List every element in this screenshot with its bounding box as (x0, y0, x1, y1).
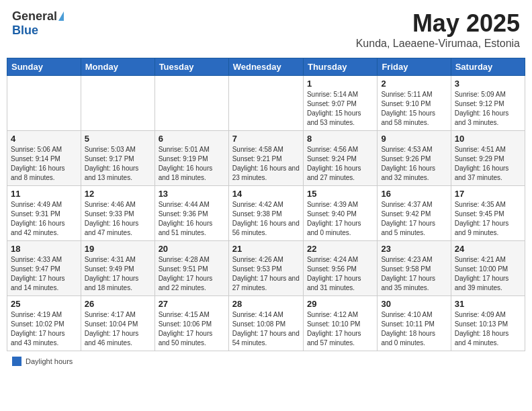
day-number: 4 (11, 134, 77, 144)
calendar-week-2: 4Sunrise: 5:06 AM Sunset: 9:14 PM Daylig… (7, 131, 525, 186)
logo-general-text: General (12, 9, 57, 24)
day-info: Sunrise: 5:14 AM Sunset: 9:07 PM Dayligh… (307, 90, 373, 128)
day-info: Sunrise: 4:44 AM Sunset: 9:36 PM Dayligh… (159, 200, 225, 238)
logo-blue-text: Blue (12, 24, 38, 38)
calendar-cell: 7Sunrise: 4:58 AM Sunset: 9:21 PM Daylig… (228, 131, 303, 186)
day-info: Sunrise: 4:21 AM Sunset: 10:00 PM Daylig… (455, 255, 521, 293)
day-number: 11 (11, 189, 77, 199)
location-title: Kunda, Laeaene-Virumaa, Estonia (356, 38, 520, 50)
calendar-cell: 29Sunrise: 4:12 AM Sunset: 10:10 PM Dayl… (303, 296, 377, 351)
calendar-cell: 13Sunrise: 4:44 AM Sunset: 9:36 PM Dayli… (154, 186, 228, 241)
calendar-cell: 19Sunrise: 4:31 AM Sunset: 9:49 PM Dayli… (81, 241, 154, 296)
day-number: 1 (307, 79, 373, 89)
day-info: Sunrise: 4:51 AM Sunset: 9:29 PM Dayligh… (455, 145, 521, 183)
calendar-cell: 22Sunrise: 4:24 AM Sunset: 9:56 PM Dayli… (303, 241, 377, 296)
day-number: 15 (307, 189, 373, 199)
calendar-cell: 6Sunrise: 5:01 AM Sunset: 9:19 PM Daylig… (154, 131, 228, 186)
day-number: 28 (232, 299, 300, 309)
day-number: 26 (85, 299, 151, 309)
day-number: 6 (159, 134, 225, 144)
calendar-cell: 14Sunrise: 4:42 AM Sunset: 9:38 PM Dayli… (228, 186, 303, 241)
day-info: Sunrise: 4:12 AM Sunset: 10:10 PM Daylig… (307, 310, 373, 348)
day-number: 22 (307, 244, 373, 254)
day-number: 2 (381, 79, 447, 89)
day-info: Sunrise: 4:58 AM Sunset: 9:21 PM Dayligh… (232, 145, 300, 183)
calendar-cell: 16Sunrise: 4:37 AM Sunset: 9:42 PM Dayli… (378, 186, 451, 241)
day-info: Sunrise: 5:01 AM Sunset: 9:19 PM Dayligh… (159, 145, 225, 183)
calendar-cell (228, 76, 303, 131)
calendar-cell: 25Sunrise: 4:19 AM Sunset: 10:02 PM Dayl… (7, 296, 81, 351)
day-number: 23 (381, 244, 447, 254)
calendar-cell (7, 76, 81, 131)
day-number: 29 (307, 299, 373, 309)
weekday-header-row: SundayMondayTuesdayWednesdayThursdayFrid… (7, 58, 525, 76)
day-number: 3 (455, 79, 521, 89)
logo: General Blue (12, 9, 64, 38)
calendar-cell: 21Sunrise: 4:26 AM Sunset: 9:53 PM Dayli… (228, 241, 303, 296)
day-info: Sunrise: 4:49 AM Sunset: 9:31 PM Dayligh… (11, 200, 77, 238)
calendar-cell (81, 76, 154, 131)
day-info: Sunrise: 4:46 AM Sunset: 9:33 PM Dayligh… (85, 200, 151, 238)
day-info: Sunrise: 4:33 AM Sunset: 9:47 PM Dayligh… (11, 255, 77, 293)
calendar-cell: 30Sunrise: 4:10 AM Sunset: 10:11 PM Dayl… (378, 296, 451, 351)
day-info: Sunrise: 4:19 AM Sunset: 10:02 PM Daylig… (11, 310, 77, 348)
calendar-cell: 31Sunrise: 4:09 AM Sunset: 10:13 PM Dayl… (451, 296, 525, 351)
day-info: Sunrise: 4:10 AM Sunset: 10:11 PM Daylig… (381, 310, 447, 348)
weekday-header-saturday: Saturday (451, 58, 525, 76)
calendar-cell: 12Sunrise: 4:46 AM Sunset: 9:33 PM Dayli… (81, 186, 154, 241)
calendar-cell: 28Sunrise: 4:14 AM Sunset: 10:08 PM Dayl… (228, 296, 303, 351)
weekday-header-friday: Friday (378, 58, 451, 76)
calendar-cell: 1Sunrise: 5:14 AM Sunset: 9:07 PM Daylig… (303, 76, 377, 131)
day-number: 12 (85, 189, 151, 199)
day-info: Sunrise: 4:23 AM Sunset: 9:58 PM Dayligh… (381, 255, 447, 293)
calendar-cell: 24Sunrise: 4:21 AM Sunset: 10:00 PM Dayl… (451, 241, 525, 296)
weekday-header-tuesday: Tuesday (154, 58, 228, 76)
day-info: Sunrise: 4:37 AM Sunset: 9:42 PM Dayligh… (381, 200, 447, 238)
calendar-cell: 26Sunrise: 4:17 AM Sunset: 10:04 PM Dayl… (81, 296, 154, 351)
day-number: 24 (455, 244, 521, 254)
day-info: Sunrise: 4:14 AM Sunset: 10:08 PM Daylig… (232, 310, 300, 348)
day-info: Sunrise: 4:31 AM Sunset: 9:49 PM Dayligh… (85, 255, 151, 293)
weekday-header-thursday: Thursday (303, 58, 377, 76)
day-info: Sunrise: 5:06 AM Sunset: 9:14 PM Dayligh… (11, 145, 77, 183)
calendar-cell: 27Sunrise: 4:15 AM Sunset: 10:06 PM Dayl… (154, 296, 228, 351)
day-number: 25 (11, 299, 77, 309)
calendar-week-5: 25Sunrise: 4:19 AM Sunset: 10:02 PM Dayl… (7, 296, 525, 351)
weekday-header-sunday: Sunday (7, 58, 81, 76)
day-info: Sunrise: 4:28 AM Sunset: 9:51 PM Dayligh… (159, 255, 225, 293)
day-info: Sunrise: 4:39 AM Sunset: 9:40 PM Dayligh… (307, 200, 373, 238)
calendar-week-3: 11Sunrise: 4:49 AM Sunset: 9:31 PM Dayli… (7, 186, 525, 241)
day-info: Sunrise: 4:56 AM Sunset: 9:24 PM Dayligh… (307, 145, 373, 183)
calendar-cell: 17Sunrise: 4:35 AM Sunset: 9:45 PM Dayli… (451, 186, 525, 241)
day-number: 5 (85, 134, 151, 144)
day-number: 18 (11, 244, 77, 254)
calendar-week-4: 18Sunrise: 4:33 AM Sunset: 9:47 PM Dayli… (7, 241, 525, 296)
day-info: Sunrise: 4:17 AM Sunset: 10:04 PM Daylig… (85, 310, 151, 348)
day-number: 21 (232, 244, 300, 254)
weekday-header-wednesday: Wednesday (228, 58, 303, 76)
day-number: 27 (159, 299, 225, 309)
calendar-cell: 11Sunrise: 4:49 AM Sunset: 9:31 PM Dayli… (7, 186, 81, 241)
calendar-cell: 2Sunrise: 5:11 AM Sunset: 9:10 PM Daylig… (378, 76, 451, 131)
day-number: 14 (232, 189, 300, 199)
day-number: 20 (159, 244, 225, 254)
logo-triangle-icon (58, 11, 64, 21)
calendar-cell: 8Sunrise: 4:56 AM Sunset: 9:24 PM Daylig… (303, 131, 377, 186)
calendar-cell: 9Sunrise: 4:53 AM Sunset: 9:26 PM Daylig… (378, 131, 451, 186)
legend-label: Daylight hours (26, 357, 73, 365)
day-number: 7 (232, 134, 300, 144)
day-info: Sunrise: 4:09 AM Sunset: 10:13 PM Daylig… (455, 310, 521, 348)
calendar-table: SundayMondayTuesdayWednesdayThursdayFrid… (7, 58, 525, 351)
day-info: Sunrise: 4:53 AM Sunset: 9:26 PM Dayligh… (381, 145, 447, 183)
day-info: Sunrise: 5:03 AM Sunset: 9:17 PM Dayligh… (85, 145, 151, 183)
day-number: 31 (455, 299, 521, 309)
day-number: 8 (307, 134, 373, 144)
calendar-cell: 4Sunrise: 5:06 AM Sunset: 9:14 PM Daylig… (7, 131, 81, 186)
calendar-cell: 10Sunrise: 4:51 AM Sunset: 9:29 PM Dayli… (451, 131, 525, 186)
day-info: Sunrise: 4:26 AM Sunset: 9:53 PM Dayligh… (232, 255, 300, 293)
calendar-week-1: 1Sunrise: 5:14 AM Sunset: 9:07 PM Daylig… (7, 76, 525, 131)
day-number: 10 (455, 134, 521, 144)
footer: Daylight hours (7, 355, 525, 367)
calendar-cell: 23Sunrise: 4:23 AM Sunset: 9:58 PM Dayli… (378, 241, 451, 296)
day-info: Sunrise: 4:35 AM Sunset: 9:45 PM Dayligh… (455, 200, 521, 238)
